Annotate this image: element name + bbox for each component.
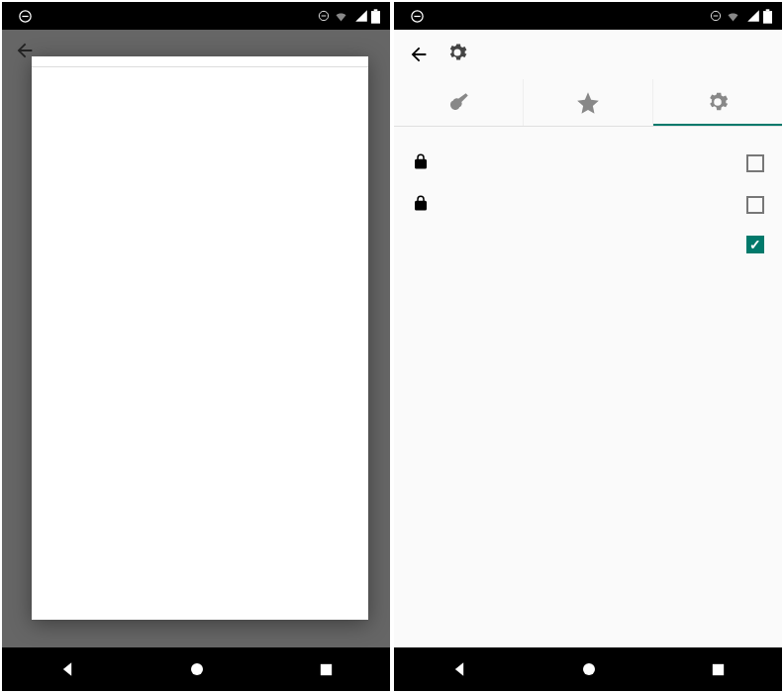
nav-back-icon[interactable]: [449, 659, 469, 679]
wifi-icon: [726, 9, 740, 24]
show-hz-row[interactable]: [412, 152, 764, 174]
svg-point-14: [583, 663, 595, 675]
signal-icon: [354, 9, 368, 23]
nav-home-icon[interactable]: [580, 660, 598, 678]
svg-point-6: [191, 663, 203, 675]
svg-rect-12: [763, 11, 772, 24]
display-cent-row[interactable]: [412, 194, 764, 216]
lock-icon: [412, 152, 430, 170]
display-cent-checkbox[interactable]: [746, 196, 764, 214]
minus-icon: [709, 9, 723, 23]
battery-icon: [371, 9, 380, 24]
tabs: [394, 79, 782, 127]
tuning-dialog: [32, 56, 368, 620]
star-icon: [575, 90, 601, 116]
svg-rect-7: [321, 663, 332, 674]
svg-rect-4: [371, 11, 380, 24]
battery-icon: [763, 9, 772, 24]
page-title: [445, 41, 475, 69]
dnd-icon: [410, 9, 425, 24]
app-bar: [394, 30, 782, 79]
minus-icon: [317, 9, 331, 23]
animated-row[interactable]: ✓: [412, 236, 764, 253]
nav-recent-icon[interactable]: [710, 661, 727, 678]
back-icon[interactable]: [408, 44, 430, 65]
tab-settings[interactable]: [653, 79, 782, 126]
android-nav-bar: [394, 647, 782, 691]
svg-rect-15: [713, 663, 724, 674]
guitar-icon: [445, 90, 471, 116]
gear-icon: [705, 89, 731, 115]
tab-guitar[interactable]: [394, 79, 524, 126]
signal-icon: [746, 9, 760, 23]
tab-favorites[interactable]: [524, 79, 653, 126]
nav-home-icon[interactable]: [188, 660, 206, 678]
show-hz-checkbox[interactable]: [746, 154, 764, 172]
animated-checkbox[interactable]: ✓: [746, 236, 764, 253]
status-bar: [2, 2, 390, 30]
status-bar: [394, 2, 782, 30]
settings-body[interactable]: ✓: [394, 127, 782, 279]
nav-back-icon[interactable]: [57, 659, 77, 679]
svg-rect-5: [374, 9, 378, 11]
tuning-list[interactable]: [32, 56, 368, 600]
phone-left: [2, 2, 390, 691]
section-header: [32, 56, 368, 67]
phone-right: ✓: [394, 2, 782, 691]
dnd-icon: [18, 9, 33, 24]
settings-screen: ✓: [394, 30, 782, 647]
android-nav-bar: [2, 647, 390, 691]
wifi-icon: [334, 9, 348, 24]
gear-icon: [445, 41, 469, 64]
dialog-actions: [32, 600, 368, 620]
svg-rect-13: [766, 9, 770, 11]
lock-icon: [412, 194, 430, 212]
nav-recent-icon[interactable]: [318, 661, 335, 678]
